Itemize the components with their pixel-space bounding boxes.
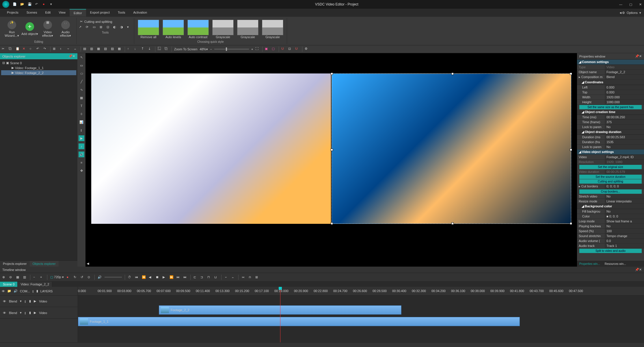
menu-edit[interactable]: Edit — [41, 9, 55, 16]
menu-scenes[interactable]: Scenes — [23, 9, 41, 16]
prop-resolution[interactable]: Resolution1920; 1080 — [577, 160, 644, 165]
qat-record-icon[interactable]: ● — [43, 2, 47, 6]
prop-resize-mode[interactable]: Resize modeLinear interpolatio — [577, 199, 644, 204]
video-effects-button[interactable]: ▦Video effects▾ — [39, 19, 56, 40]
tool-chevron[interactable]: ▾ — [127, 25, 132, 30]
collapse-icon[interactable]: ⊟ — [2, 61, 5, 65]
qat-open-icon[interactable]: 📂 — [20, 2, 24, 6]
prop-playing-backwa[interactable]: Playing backwaNo — [577, 224, 644, 229]
tl-marker1-icon[interactable]: ⊏ — [193, 275, 198, 279]
chevron-down-icon[interactable]: ▾ — [20, 311, 22, 315]
preview-clip-2-selected[interactable] — [332, 73, 571, 224]
arrow-up-icon[interactable]: ↑ — [127, 47, 132, 51]
zoom-value[interactable]: 48%▾ — [200, 47, 208, 51]
left-tab-objects-explorer[interactable]: Objects explorer — [30, 261, 59, 267]
tree-item-0[interactable]: ▶Video: Footage_1_1 — [1, 65, 76, 70]
move-tool[interactable]: ✥ — [79, 168, 84, 174]
align-icon-9[interactable]: ▨ — [111, 47, 116, 51]
tl-last-icon[interactable]: ⏭ — [176, 275, 180, 279]
prop-duration-ms[interactable]: Duration (ms00:00:25.583 — [577, 135, 644, 140]
shape-icon[interactable]: ○ — [29, 47, 34, 51]
u-icon-2[interactable]: ⊡ — [288, 47, 293, 51]
tl-record-icon[interactable]: ● — [67, 275, 71, 279]
prop-audio-volume-[interactable]: Audio volume (0.0 — [577, 239, 644, 243]
pin-icon[interactable]: 📌 — [635, 54, 639, 58]
cutting-splitting-button[interactable]: Cutting and splitting — [84, 20, 112, 23]
timeline-scrollbar[interactable] — [0, 342, 644, 347]
delete-icon[interactable]: ✕ — [23, 47, 27, 51]
eye-icon[interactable]: 👁 — [3, 311, 6, 315]
layer-row-0[interactable]: 👁Blend▾⫿▮▶Video — [0, 296, 78, 307]
text-tool[interactable]: T — [79, 103, 84, 109]
playhead[interactable] — [280, 287, 280, 342]
resize-handle-ne[interactable] — [570, 73, 572, 75]
panel-close-icon[interactable]: ✕ — [639, 54, 642, 58]
resize-handle-s[interactable] — [451, 222, 454, 225]
tool-icon-6[interactable]: ◐ — [113, 25, 118, 30]
tl-split1-icon[interactable]: ⫟ — [224, 275, 228, 279]
tl-add-icon[interactable]: ⊕ — [2, 275, 6, 279]
chart-tool[interactable]: 📊 — [79, 119, 84, 125]
timeline-ruler[interactable]: 0.00000:01.90000:03.80000:05.70000:07.60… — [78, 287, 644, 296]
left-tab-projects-explorer[interactable]: Projects explorer — [0, 261, 30, 267]
tl-sync-icon[interactable]: ⊙ — [88, 275, 92, 279]
tool-icon-5[interactable]: ⊡ — [107, 25, 111, 30]
tool-icon-2[interactable]: ⟳ — [86, 25, 90, 30]
tree-item-1[interactable]: ▶Video: Footage_2_2 — [1, 70, 76, 75]
prop-height[interactable]: Height1080.000 — [577, 100, 644, 105]
right-tab[interactable]: Resources win... — [602, 261, 628, 267]
prop-btn-set-the-same-size-as-the-parent-has[interactable]: Set the same size as the parent has — [579, 105, 642, 109]
menu-activation[interactable]: Activation — [129, 9, 151, 16]
prop-sound-stretchin[interactable]: Sound stretchinTempo change — [577, 234, 644, 239]
prop-cut-borders[interactable]: ▸ Cut borders0; 0; 0; 0 — [577, 184, 644, 189]
group-icon[interactable]: ⿺ — [158, 47, 162, 51]
quickstyle-4[interactable]: Grayscale — [236, 20, 260, 39]
layer-row-1[interactable]: 👁Blend▾⫿▮▶Video — [0, 307, 78, 319]
tool-icon-1[interactable]: ↗ — [79, 25, 83, 30]
prop-btn-set-the-source-duration[interactable]: Set the source duration — [579, 175, 642, 179]
zoom-slider[interactable] — [214, 49, 249, 50]
arrow-top-icon[interactable]: ⤒ — [141, 47, 146, 51]
timeline-tab[interactable]: Scene 0 — [0, 282, 18, 287]
tl-block-icon[interactable]: ▦ — [16, 275, 20, 279]
prop-lock-to-paren[interactable]: Lock to parenNo — [577, 125, 644, 130]
audio-effects-button[interactable]: 🎧Audio effects▾ — [57, 19, 74, 40]
tl-zoomout-icon[interactable]: − — [33, 275, 37, 279]
minimize-button[interactable]: — — [619, 3, 622, 6]
tool-icon-7[interactable]: ◑ — [120, 25, 125, 30]
resize-handle-nw[interactable] — [331, 73, 333, 75]
prop-audio-track[interactable]: Audio trackTrack 1 — [577, 243, 644, 248]
pin-icon[interactable]: 📌 — [68, 54, 72, 58]
prop-time-ms-[interactable]: Time (ms)00:00:06.250 — [577, 115, 644, 120]
eye-icon[interactable]: 👁 — [2, 289, 5, 293]
panel-close-icon[interactable]: ✕ — [72, 54, 75, 58]
stats-tool[interactable]: ⫿ — [79, 127, 84, 133]
close-button[interactable]: ✕ — [639, 3, 642, 6]
tl-loop-icon[interactable]: ↻ — [74, 275, 78, 279]
tree-root[interactable]: ⊟ ▣ Scene 0 — [1, 60, 76, 65]
quickstyle-2[interactable]: Auto contrast — [186, 20, 210, 39]
tl-split2-icon[interactable]: ⫠ — [231, 275, 235, 279]
audio-tool[interactable]: ♪ — [79, 143, 84, 149]
quickstyle-1[interactable]: Auto levels — [161, 20, 185, 39]
run-wizard-button[interactable]: ✨Run Wizard...▾ — [3, 19, 20, 40]
audio2-tool[interactable]: 🔊 — [79, 152, 84, 157]
panel-close-icon[interactable]: ✕ — [639, 268, 642, 272]
prop-duration-fra[interactable]: Duration (fra1535 — [577, 140, 644, 145]
align-icon-4[interactable]: ⫠ — [74, 47, 78, 51]
tl-first-icon[interactable]: ⏮ — [135, 275, 139, 279]
tl-block2-icon[interactable]: ▥ — [23, 275, 27, 279]
resize-handle-sw[interactable] — [331, 222, 333, 225]
add-object-button[interactable]: +Add object▾ — [21, 19, 38, 40]
subtitle-tool[interactable]: ≡ — [79, 160, 84, 165]
line-tool[interactable]: ╱ — [79, 79, 84, 84]
align-icon-7[interactable]: ▦ — [97, 47, 102, 51]
tool-icon-3[interactable]: ▭ — [93, 25, 97, 30]
align-icon-1[interactable]: ⊞ — [53, 47, 57, 51]
menu-editor[interactable]: Editor — [70, 9, 86, 16]
tl-prev-icon[interactable]: ⏪ — [142, 275, 146, 279]
align-icon-5[interactable]: ▤ — [83, 47, 88, 51]
tl-stepback-icon[interactable]: ◀ — [149, 275, 153, 279]
qat-new-icon[interactable]: 📄 — [13, 2, 17, 6]
prop-left[interactable]: Left0.000 — [577, 85, 644, 90]
